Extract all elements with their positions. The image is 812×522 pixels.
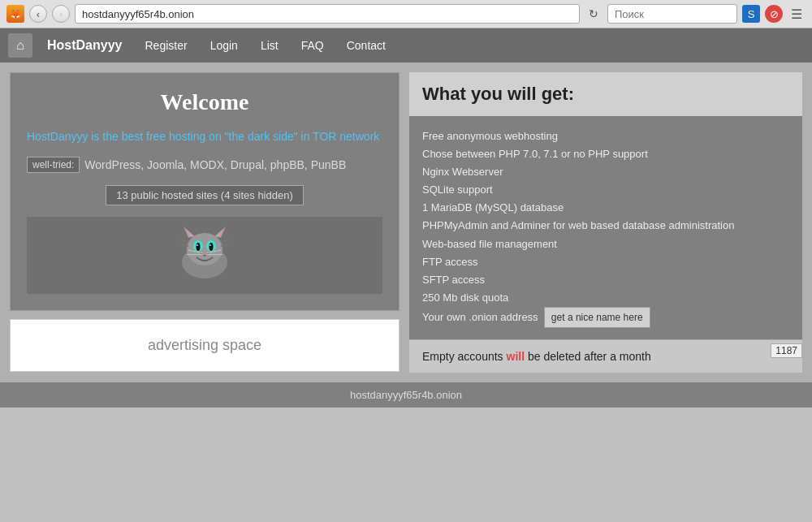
feature-10: 250 Mb disk quota — [422, 289, 789, 307]
content-area: Welcome HostDanyyy is the best free host… — [0, 63, 812, 382]
forward-button[interactable]: › — [52, 5, 70, 23]
feature-11: Your own .onion address get a nice name … — [422, 307, 789, 328]
back-button[interactable]: ‹ — [29, 5, 47, 23]
feature-2: Chose between PHP 7.0, 7.1 or no PHP sup… — [422, 145, 789, 163]
feature-9: SFTP access — [422, 271, 789, 289]
main-content: Welcome HostDanyyy is the best free host… — [0, 63, 812, 382]
browser-menu-button[interactable]: ☰ — [788, 5, 806, 24]
will-highlight: will — [507, 350, 525, 363]
cat-image-box — [27, 217, 382, 294]
svg-point-14 — [197, 244, 198, 246]
block-icon[interactable]: ⊘ — [765, 5, 783, 23]
feature-4: SQLite support — [422, 181, 789, 199]
onion-address-label: Your own .onion address — [422, 311, 538, 323]
browser-chrome: 🦊 ‹ › ↻ S ⊘ ☰ — [0, 0, 812, 28]
nav-contact[interactable]: Contact — [335, 28, 397, 63]
features-box: Free anonymous webhosting Chose between … — [409, 116, 802, 339]
feature-8: FTP access — [422, 253, 789, 271]
feature-1: Free anonymous webhosting — [422, 127, 789, 145]
feature-7: Web-based file management — [422, 235, 789, 253]
feature-5: 1 MariaDB (MySQL) database — [422, 199, 789, 217]
home-icon: ⌂ — [16, 38, 24, 53]
empty-accounts-box: Empty accounts will be deleted after a m… — [409, 339, 802, 373]
cat-image — [172, 223, 237, 288]
nav-faq[interactable]: FAQ — [290, 28, 335, 63]
svg-line-9 — [221, 244, 231, 246]
browser-toolbar: 🦊 ‹ › ↻ S ⊘ ☰ — [0, 0, 812, 28]
welcome-title: Welcome — [27, 89, 382, 115]
well-tried-row: well-tried: WordPress, Joomla, MODX, Dru… — [27, 157, 382, 174]
svg-point-15 — [209, 244, 211, 246]
well-tried-badge: well-tried: — [27, 157, 80, 173]
skype-icon[interactable]: S — [742, 5, 760, 23]
svg-line-6 — [180, 239, 188, 243]
home-button[interactable]: ⌂ — [8, 33, 32, 58]
what-you-get-header: What you will get: — [409, 72, 802, 116]
address-bar[interactable] — [75, 4, 580, 24]
nav-login[interactable]: Login — [199, 28, 249, 63]
empty-accounts-text: Empty accounts will be deleted after a m… — [422, 350, 651, 363]
svg-point-13 — [209, 243, 214, 251]
well-tried-apps: WordPress, Joomla, MODX, Drupal, phpBB, … — [84, 157, 346, 174]
refresh-button[interactable]: ↻ — [585, 5, 603, 23]
counter-box: 1187 — [771, 343, 802, 358]
search-input[interactable] — [607, 4, 737, 24]
feature-6: PHPMyAdmin and Adminer for web based dat… — [422, 217, 789, 235]
svg-line-7 — [179, 244, 188, 246]
svg-point-12 — [197, 243, 201, 251]
sites-badge: 13 public hosted sites (4 sites hidden) — [106, 185, 304, 205]
firefox-menu-button[interactable]: 🦊 — [6, 5, 24, 23]
nav-list[interactable]: List — [249, 28, 290, 63]
welcome-box: Welcome HostDanyyy is the best free host… — [10, 72, 400, 311]
ad-box: advertising space — [10, 319, 400, 372]
onion-address-button[interactable]: get a nice name here — [544, 307, 650, 328]
welcome-text: HostDanyyy is the best free hosting on "… — [27, 128, 382, 145]
page-footer: hostdanyyyf65r4b.onion — [0, 382, 812, 408]
sites-badge-wrapper: 13 public hosted sites (4 sites hidden) — [27, 185, 382, 217]
footer-domain: hostdanyyyf65r4b.onion — [350, 389, 462, 401]
what-title: What you will get: — [422, 84, 789, 105]
nav-brand[interactable]: HostDanyyy — [36, 38, 133, 53]
left-panel: Welcome HostDanyyy is the best free host… — [10, 72, 400, 373]
svg-line-8 — [221, 239, 229, 243]
feature-3: Nginx Webserver — [422, 163, 789, 181]
nav-register[interactable]: Register — [133, 28, 198, 63]
ad-text: advertising space — [148, 337, 261, 354]
right-panel: What you will get: Free anonymous webhos… — [409, 72, 802, 373]
nav-bar: ⌂ HostDanyyy Register Login List FAQ Con… — [0, 28, 812, 63]
